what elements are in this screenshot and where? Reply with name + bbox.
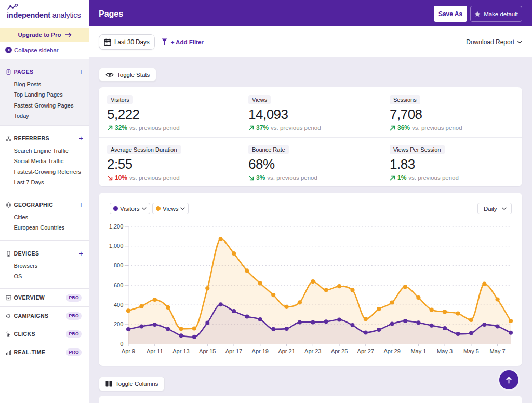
svg-text:May 7: May 7 [490,348,506,354]
svg-text:Apr 17: Apr 17 [225,348,242,354]
svg-text:May 3: May 3 [437,348,453,354]
svg-text:Apr 19: Apr 19 [252,348,269,354]
svg-text:Apr 15: Apr 15 [199,348,216,354]
svg-text:200: 200 [114,321,123,327]
svg-text:May 5: May 5 [463,348,479,354]
svg-text:May 1: May 1 [410,348,426,354]
svg-text:1,200: 1,200 [109,223,124,230]
svg-text:Apr 9: Apr 9 [122,348,135,354]
svg-text:Apr 29: Apr 29 [383,348,400,354]
svg-text:Apr 21: Apr 21 [278,348,295,354]
svg-text:Apr 25: Apr 25 [331,348,348,354]
svg-text:1,000: 1,000 [109,243,124,249]
svg-text:400: 400 [114,302,123,308]
svg-text:Apr 27: Apr 27 [357,348,374,354]
svg-text:600: 600 [114,282,123,288]
svg-text:Apr 23: Apr 23 [304,348,321,354]
svg-text:0: 0 [120,341,123,347]
svg-text:Apr 11: Apr 11 [147,348,163,354]
svg-text:800: 800 [114,262,123,268]
svg-text:Apr 13: Apr 13 [172,348,189,354]
